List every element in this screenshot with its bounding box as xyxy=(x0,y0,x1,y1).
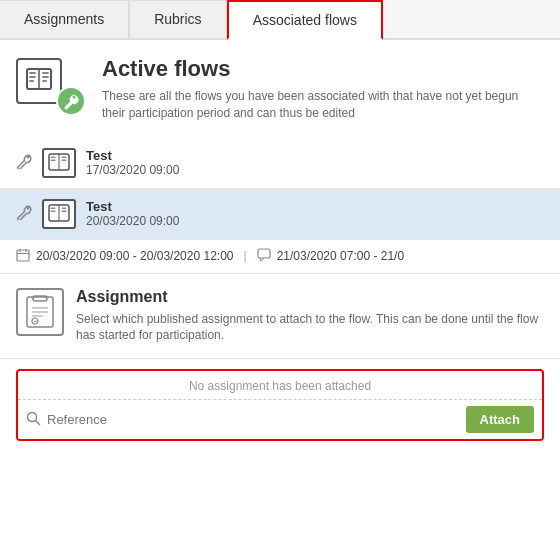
schedule-start: 20/03/2020 09:00 - 20/03/2020 12:00 xyxy=(36,249,234,263)
tab-bar: Assignments Rubrics Associated flows xyxy=(0,0,560,40)
calendar-icon xyxy=(16,248,30,265)
svg-point-8 xyxy=(72,95,76,99)
svg-line-35 xyxy=(36,420,41,425)
flow-item-1-info: Test 17/03/2020 09:00 xyxy=(86,148,179,177)
book-icon-2 xyxy=(42,199,76,229)
no-assignment-label: No assignment has been attached xyxy=(18,371,542,400)
svg-point-16 xyxy=(27,206,30,209)
wrench-svg xyxy=(62,92,80,110)
book-svg xyxy=(25,68,53,94)
schedule-row: 20/03/2020 09:00 - 20/03/2020 12:00 | 21… xyxy=(0,240,560,274)
attach-row: Attach xyxy=(18,400,542,439)
flow-item-1[interactable]: Test 17/03/2020 09:00 xyxy=(0,138,560,189)
flow-item-1-date: 17/03/2020 09:00 xyxy=(86,163,179,177)
attach-section: No assignment has been attached Attach xyxy=(16,369,544,441)
search-icon xyxy=(26,411,41,429)
wrench-icon-2 xyxy=(16,204,32,224)
chat-icon xyxy=(257,248,271,265)
assignment-icon xyxy=(16,288,64,336)
book-icon-1 xyxy=(42,148,76,178)
book-icon xyxy=(16,58,62,104)
assignment-title: Assignment xyxy=(76,288,544,306)
flow-item-1-title: Test xyxy=(86,148,179,163)
svg-rect-7 xyxy=(42,80,47,82)
svg-rect-3 xyxy=(29,76,36,78)
wrench-circle-icon xyxy=(56,86,86,116)
attach-button[interactable]: Attach xyxy=(466,406,534,433)
reference-input[interactable] xyxy=(47,408,460,431)
svg-rect-6 xyxy=(42,76,49,78)
schedule-end: 21/03/2020 07:00 - 21/0 xyxy=(277,249,404,263)
assignment-description: Select which published assignment to att… xyxy=(76,311,544,345)
tab-assignments[interactable]: Assignments xyxy=(0,0,129,38)
svg-rect-20 xyxy=(51,210,56,212)
flow-list: Test 17/03/2020 09:00 Test 20/03/2020 09… xyxy=(0,138,560,442)
svg-rect-22 xyxy=(62,210,67,212)
assignment-card: Assignment Select which published assign… xyxy=(0,274,560,360)
svg-rect-4 xyxy=(29,80,34,82)
svg-rect-21 xyxy=(62,207,67,209)
tab-associated-flows[interactable]: Associated flows xyxy=(227,0,383,40)
svg-point-33 xyxy=(32,318,38,324)
active-flows-header: Active flows These are all the flows you… xyxy=(0,40,560,138)
assignment-card-text: Assignment Select which published assign… xyxy=(76,288,544,345)
svg-rect-15 xyxy=(62,159,67,161)
svg-point-34 xyxy=(28,412,37,421)
flow-item-2-title: Test xyxy=(86,199,179,214)
svg-rect-23 xyxy=(17,250,29,261)
svg-rect-5 xyxy=(42,72,49,74)
active-flows-description: These are all the flows you have been as… xyxy=(102,88,544,122)
svg-rect-19 xyxy=(51,207,56,209)
svg-rect-14 xyxy=(62,156,67,158)
tab-rubrics[interactable]: Rubrics xyxy=(129,0,226,38)
wrench-icon-1 xyxy=(16,153,32,173)
header-text: Active flows These are all the flows you… xyxy=(102,56,544,122)
active-flows-title: Active flows xyxy=(102,56,544,82)
svg-rect-29 xyxy=(33,296,47,301)
schedule-separator: | xyxy=(244,249,247,263)
svg-point-9 xyxy=(27,155,30,158)
svg-rect-12 xyxy=(51,156,56,158)
svg-rect-13 xyxy=(51,159,56,161)
svg-rect-27 xyxy=(258,249,270,258)
header-icons xyxy=(16,56,86,116)
svg-rect-2 xyxy=(29,72,36,74)
flow-item-2-date: 20/03/2020 09:00 xyxy=(86,214,179,228)
flow-item-2-info: Test 20/03/2020 09:00 xyxy=(86,199,179,228)
flow-item-2[interactable]: Test 20/03/2020 09:00 xyxy=(0,189,560,240)
